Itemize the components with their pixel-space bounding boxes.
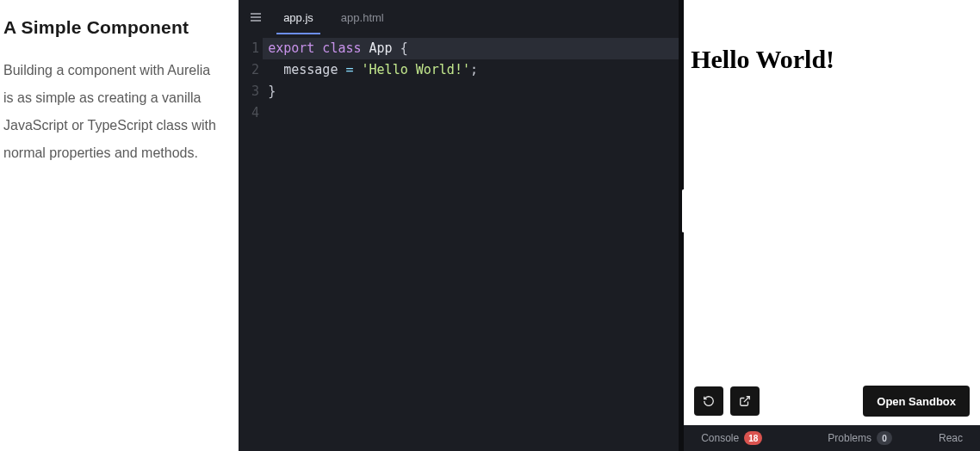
editor-tab-bar: app.js app.html (239, 0, 679, 34)
code-line (263, 102, 679, 124)
line-number: 3 (239, 81, 259, 102)
doc-title: A Simple Component (3, 17, 218, 38)
preview-heading: Hello World! (691, 45, 834, 73)
tab-label: app.html (341, 11, 384, 24)
bottom-bar: Console 18 Problems 0 Reac (684, 425, 980, 451)
react-tab[interactable]: Reac (928, 425, 973, 451)
line-gutter: 1 2 3 4 (239, 38, 263, 451)
open-new-window-button[interactable] (730, 386, 760, 416)
preview-column: Hello World! Open Sandbox Console 18 Pro… (684, 0, 980, 451)
code-line: } (263, 81, 679, 102)
pane-divider[interactable] (679, 0, 684, 451)
react-label: Reac (939, 432, 963, 444)
doc-panel: A Simple Component Building a component … (0, 0, 239, 451)
console-count-badge: 18 (744, 431, 762, 445)
code-line: export class App { (263, 38, 679, 59)
tab-label: app.js (283, 11, 313, 24)
menu-icon[interactable] (242, 0, 270, 34)
problems-count-badge: 0 (877, 431, 892, 445)
editor-column: app.js app.html 1 2 3 4 export class App… (239, 0, 679, 451)
tab-app-js[interactable]: app.js (270, 0, 327, 34)
code-sandbox: app.js app.html 1 2 3 4 export class App… (239, 0, 980, 451)
refresh-button[interactable] (694, 386, 723, 416)
preview-toolbar: Open Sandbox (684, 377, 980, 425)
problems-tab[interactable]: Problems 0 (817, 425, 902, 451)
line-number: 1 (239, 38, 259, 59)
console-tab[interactable]: Console 18 (691, 425, 772, 451)
tab-app-html[interactable]: app.html (327, 0, 398, 34)
svg-line-3 (744, 397, 749, 402)
console-label: Console (701, 432, 739, 444)
code-line: message = 'Hello World!'; (263, 59, 679, 81)
line-number: 4 (239, 102, 259, 124)
open-sandbox-label: Open Sandbox (877, 395, 956, 408)
preview-output: Hello World! (684, 34, 980, 377)
doc-description: Building a component with Aurelia is as … (3, 57, 218, 167)
code-editor[interactable]: 1 2 3 4 export class App { message = 'He… (239, 34, 679, 451)
open-sandbox-button[interactable]: Open Sandbox (863, 386, 970, 417)
line-number: 2 (239, 59, 259, 81)
problems-label: Problems (828, 432, 871, 444)
code-lines: export class App { message = 'Hello Worl… (263, 38, 679, 451)
